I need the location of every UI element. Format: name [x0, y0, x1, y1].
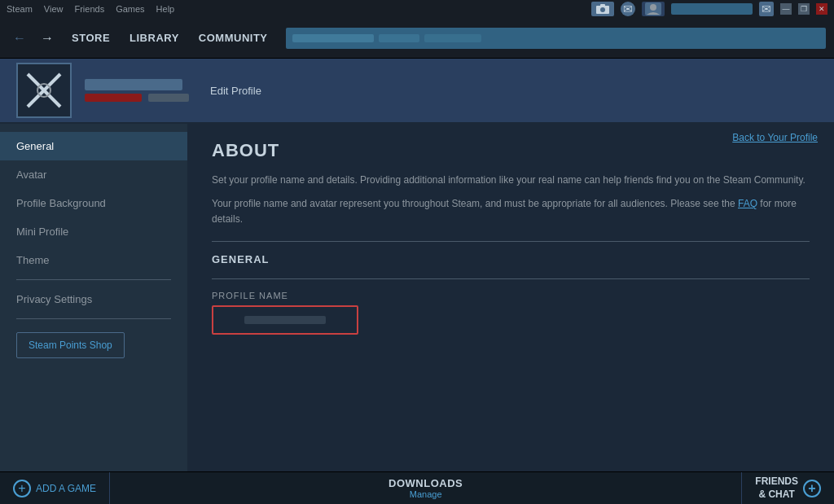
friends-chat-button[interactable]: FRIENDS & CHAT + [741, 472, 834, 504]
restore-button[interactable]: ❐ [798, 3, 810, 15]
bottom-bar: + ADD A GAME DOWNLOADS Manage FRIENDS & … [0, 471, 834, 504]
nav-bar: ← → STORE LIBRARY COMMUNITY [0, 18, 834, 59]
faq-link[interactable]: FAQ [738, 198, 757, 209]
profile-level-bar [85, 94, 142, 102]
friends-chat-label: FRIENDS & CHAT [755, 476, 798, 501]
sidebar-item-general[interactable]: General [0, 132, 187, 160]
menu-friends[interactable]: Friends [74, 4, 104, 14]
address-segment-1 [292, 34, 374, 42]
add-game-button[interactable]: + ADD A GAME [0, 472, 110, 504]
downloads-manage-label: Manage [410, 489, 442, 499]
notification-icon[interactable]: ✉ [759, 2, 774, 16]
menu-view[interactable]: View [44, 4, 64, 14]
minimize-button[interactable]: — [780, 3, 792, 15]
title-bar-menu: Steam View Friends Games Help [7, 4, 174, 14]
profile-name-label: PROFILE NAME [212, 291, 810, 300]
address-bar[interactable] [286, 28, 826, 49]
sidebar-item-mini-profile[interactable]: Mini Profile [0, 217, 187, 246]
menu-games[interactable]: Games [116, 4, 144, 14]
nav-store[interactable]: STORE [64, 27, 118, 49]
profile-header: Edit Profile [0, 59, 834, 124]
plus-icon: + [13, 480, 31, 497]
edit-profile-link[interactable]: Edit Profile [210, 85, 261, 97]
friends-add-icon: + [803, 480, 821, 497]
svg-point-1 [600, 7, 605, 12]
nav-back-button[interactable]: ← [8, 28, 31, 49]
profile-name-bar [671, 3, 753, 15]
nav-links: STORE LIBRARY COMMUNITY [64, 27, 276, 49]
address-segment-3 [424, 34, 481, 42]
sidebar-item-avatar[interactable]: Avatar [0, 160, 187, 189]
sidebar-divider-2 [16, 318, 171, 319]
sidebar: General Avatar Profile Background Mini P… [0, 124, 187, 471]
subsection-title: GENERAL [212, 253, 810, 265]
sidebar-item-privacy[interactable]: Privacy Settings [0, 285, 187, 313]
nav-forward-button[interactable]: → [36, 28, 59, 49]
sidebar-item-theme[interactable]: Theme [0, 246, 187, 274]
profile-name-area [85, 79, 189, 102]
downloads-button[interactable]: DOWNLOADS Manage [110, 472, 741, 504]
section-divider [212, 241, 810, 242]
steam-points-shop-button[interactable]: Steam Points Shop [16, 332, 125, 358]
profile-icon[interactable] [642, 2, 665, 16]
menu-help[interactable]: Help [156, 4, 175, 14]
sidebar-item-profile-background[interactable]: Profile Background [0, 189, 187, 217]
section-desc-2: Your profile name and avatar represent y… [212, 196, 810, 227]
avatar [16, 63, 72, 118]
profile-name-field-wrapper [212, 305, 358, 335]
nav-community[interactable]: COMMUNITY [191, 27, 276, 49]
profile-level-text [148, 94, 189, 102]
section-title: ABOUT [212, 140, 810, 161]
close-button[interactable]: ✕ [816, 3, 827, 15]
add-game-label: ADD A GAME [36, 483, 96, 494]
profile-level-area [85, 94, 189, 102]
main-content: General Avatar Profile Background Mini P… [0, 124, 834, 471]
profile-name-input[interactable] [212, 305, 358, 335]
section-desc-1: Set your profile name and details. Provi… [212, 173, 810, 188]
title-bar: Steam View Friends Games Help ✉ ✉ — ❐ ✕ [0, 0, 834, 18]
subsection-divider [212, 278, 810, 279]
downloads-label: DOWNLOADS [388, 477, 463, 489]
nav-library[interactable]: LIBRARY [121, 27, 187, 49]
profile-username-bar [85, 79, 182, 90]
sidebar-divider [16, 279, 171, 280]
back-to-profile-link[interactable]: Back to Your Profile [732, 132, 818, 143]
camera-icon [591, 2, 614, 16]
title-bar-controls: ✉ ✉ — ❐ ✕ [591, 2, 827, 16]
edit-panel: Back to Your Profile ABOUT Set your prof… [187, 124, 834, 471]
menu-steam[interactable]: Steam [7, 4, 33, 14]
svg-point-4 [650, 4, 656, 11]
address-segment-2 [379, 34, 419, 42]
svg-rect-2 [600, 4, 605, 7]
message-icon[interactable]: ✉ [621, 2, 635, 16]
